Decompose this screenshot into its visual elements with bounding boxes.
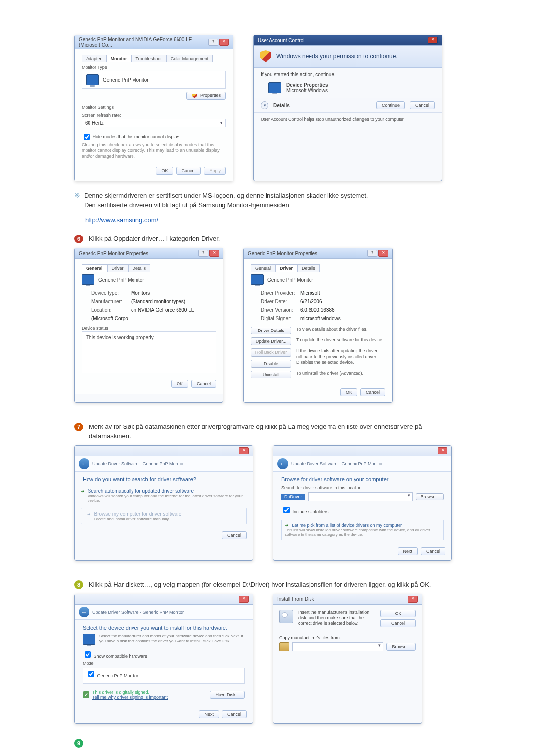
tab-troubleshoot[interactable]: Troubleshoot [132,55,166,62]
value-signer: microsoft windows [300,316,341,321]
tab-color-management[interactable]: Color Management [166,55,213,62]
cancel-button[interactable]: Cancel [360,388,385,396]
ok-button[interactable]: OK [380,610,416,617]
cancel-button[interactable]: Cancel [176,167,201,175]
properties-button[interactable]: Properties [186,92,226,100]
tab-driver[interactable]: Driver [107,264,128,272]
help-icon[interactable]: ? [198,250,208,257]
ok-button[interactable]: OK [340,388,357,396]
label-manufacturer: Manufacturer: [91,297,131,306]
copy-path-combo[interactable] [292,642,383,651]
uac-details-label[interactable]: Details [273,103,371,108]
back-button[interactable]: ← [277,458,288,469]
model-header: Model [83,661,245,666]
cancel-button[interactable]: Cancel [191,380,216,388]
rollback-driver-button[interactable]: Roll Back Driver [251,348,291,357]
tab-driver[interactable]: Driver [275,264,297,272]
tab-details[interactable]: Details [297,264,320,272]
uac-ms-windows: Microsoft Windows [286,88,328,93]
value-devtype: Monitors [131,290,150,296]
hw-heading: Select the device driver you want to ins… [75,620,253,634]
close-icon[interactable]: ✕ [209,250,219,257]
tab-general[interactable]: General [82,264,107,272]
device-status-text: This device is working properly. [86,335,155,340]
continue-button[interactable]: Continue [376,101,405,109]
opt-auto-search[interactable]: Search automatically for updated driver … [88,488,194,494]
shield-icon [192,94,197,98]
monitor-type-value: Generic PnP Monitor [103,77,149,83]
model-list[interactable]: Generic PnP Monitor [83,668,245,684]
signed-icon: ✔ [83,691,89,698]
have-disk-button[interactable]: Have Disk... [210,691,245,699]
uninstall-button[interactable]: Uninstall [251,371,291,378]
show-compatible-label: Show compatible hardware [94,654,148,659]
ok-button[interactable]: OK [171,380,188,388]
browse-button[interactable]: Browse... [416,493,444,500]
close-icon[interactable]: ✕ [239,447,249,454]
hw-sub: Select the manufacturer and model of you… [99,634,245,645]
cancel-button[interactable]: Cancel [421,547,445,555]
rollback-driver-desc: If the device fails after updating the d… [296,348,385,360]
close-icon[interactable]: ✕ [378,250,388,257]
arrow-icon: ➔ [81,489,85,494]
label-provider: Driver Provider: [261,289,300,297]
apply-button[interactable]: Apply [204,167,226,175]
update-driver-button[interactable]: Update Driver... [251,337,291,345]
hide-modes-input[interactable] [84,134,90,140]
back-button[interactable]: ← [79,458,89,469]
close-icon[interactable]: ✕ [219,39,229,46]
close-icon[interactable]: ✕ [438,447,447,454]
device-status-box: This device is working properly. [82,331,216,373]
disk-icon [279,610,293,623]
disable-button[interactable]: Disable [251,360,291,368]
arrow-icon: ➔ [87,512,91,517]
cancel-button[interactable]: Cancel [410,101,435,109]
chevron-down-icon[interactable]: ▾ [220,120,222,125]
tab-adapter[interactable]: Adapter [82,55,106,62]
include-subfolders-checkbox[interactable]: Include subfolders [281,509,329,514]
breadcrumb: Update Driver Software - Generic PnP Mon… [291,461,383,466]
show-compatible-checkbox[interactable]: Show compatible hardware [83,654,147,659]
tab-general[interactable]: General [251,264,275,272]
step7-text: Merk av for Søk på datamaskinen etter dr… [89,423,460,441]
opt-browse[interactable]: Browse my computer for driver software [94,511,182,517]
value-provider: Microsoft [300,290,320,296]
ok-button[interactable]: OK [156,167,173,175]
close-icon[interactable]: ✕ [239,596,249,603]
back-button[interactable]: ← [79,607,89,617]
window-controls: ? ✕ [208,39,229,46]
uac-started-line: If you started this action, continue. [254,68,442,81]
path-combo[interactable] [308,492,413,501]
select-device-driver-dialog: ✕ ← Update Driver Software - Generic PnP… [74,594,253,724]
samsung-link[interactable]: http://www.samsung.com/ [85,216,158,224]
window-controls: ✕ [428,37,438,44]
tab-details[interactable]: Details [128,264,151,272]
dialog-title: Generic PnP Monitor and NVIDIA GeForce 6… [79,37,208,47]
include-subfolders-input[interactable] [283,507,290,513]
tab-monitor[interactable]: Monitor [106,55,132,62]
close-icon[interactable]: ✕ [408,596,418,603]
next-button[interactable]: Next [199,710,219,718]
wizard-heading: How do you want to search for driver sof… [75,472,253,485]
close-icon[interactable]: ✕ [428,37,438,44]
uac-headline: Windows needs your permission to contion… [276,53,398,60]
chevron-down-icon[interactable]: ▾ [261,101,268,109]
label-driver-date: Driver Date: [261,297,300,306]
monitor-properties-dialog: Generic PnP Monitor and NVIDIA GeForce 6… [74,35,233,181]
pick-from-list-option[interactable]: ➔ Let me pick from a list of device driv… [281,520,444,540]
arrow-icon: ➔ [285,523,289,528]
driver-details-button[interactable]: Driver Details [251,327,291,334]
signing-info-link[interactable]: Tell me why driver signing is important [92,695,168,700]
properties-button-label: Properties [200,93,221,98]
cancel-button[interactable]: Cancel [222,531,247,539]
cancel-button[interactable]: Cancel [222,710,247,718]
model-item-check[interactable] [88,671,94,677]
browse-button[interactable]: Browse... [386,643,416,651]
help-icon[interactable]: ? [367,250,377,257]
help-icon[interactable]: ? [208,39,218,46]
monitor-type-label: Monitor Type [82,65,226,70]
hide-modes-checkbox[interactable]: Hide modes that this monitor cannot disp… [82,134,179,139]
show-compatible-input[interactable] [85,651,91,658]
cancel-button[interactable]: Cancel [380,619,416,627]
next-button[interactable]: Next [398,547,418,555]
